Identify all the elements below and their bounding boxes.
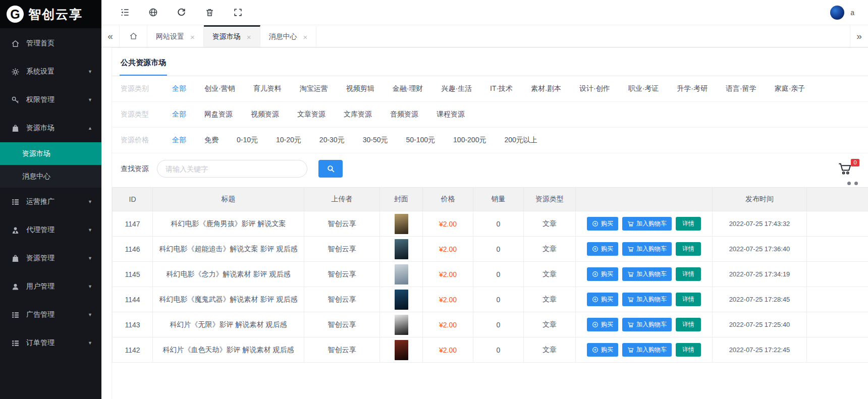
table-row: 1145 科幻电影《念力》解说素材 影评 观后感 智创云享 ¥2.00 0 文章…	[113, 262, 868, 287]
filter-option[interactable]: 全部	[172, 84, 186, 93]
sidebar-item-1[interactable]: 系统设置 ▼	[0, 58, 101, 86]
filter-option[interactable]: 课程资源	[437, 110, 465, 119]
home-tab-button[interactable]	[120, 25, 147, 47]
tabs-collapse-button[interactable]: «	[101, 25, 120, 47]
filter-option[interactable]: 语言·留学	[726, 84, 756, 93]
cell-cover	[380, 211, 423, 237]
buy-button[interactable]: 购买	[587, 242, 618, 256]
filter-option[interactable]: 文章资源	[297, 110, 326, 119]
sidebar-item-6[interactable]: 资源管理 ▼	[0, 244, 101, 272]
table-header-cell: 资源类型	[524, 188, 576, 211]
filter-option[interactable]: 音频资源	[390, 110, 418, 119]
fullscreen-button[interactable]	[233, 8, 243, 17]
detail-button[interactable]: 详情	[676, 343, 701, 357]
filter-option[interactable]: 设计·创作	[579, 84, 610, 93]
filter-option[interactable]: 视频资源	[251, 110, 279, 119]
add-to-cart-button[interactable]: 加入购物车	[622, 217, 672, 231]
sidebar-item-9[interactable]: 订单管理 ▼	[0, 329, 101, 357]
buy-button[interactable]: 购买	[587, 217, 618, 231]
filter-option[interactable]: 金融·理财	[393, 84, 423, 93]
refresh-button[interactable]	[177, 8, 186, 17]
filter-option[interactable]: 育儿资料	[253, 84, 282, 93]
search-label: 查找资源	[121, 164, 149, 174]
filter-option[interactable]: IT·技术	[490, 84, 513, 93]
tab-网站设置[interactable]: 网站设置 ×	[147, 26, 204, 48]
detail-button[interactable]: 详情	[676, 217, 701, 231]
cell-actions: 购买 加入购物车 详情	[576, 312, 713, 337]
detail-button[interactable]: 详情	[676, 267, 701, 281]
filter-option[interactable]: 全部	[172, 136, 186, 145]
gear-icon	[11, 68, 20, 76]
filter-option[interactable]: 免费	[204, 136, 219, 145]
table-header-cell: 封面	[380, 188, 423, 211]
sidebar-item-4[interactable]: 运营推广 ▼	[0, 188, 101, 216]
buy-button[interactable]: 购买	[587, 343, 618, 357]
trash-button[interactable]	[205, 8, 214, 17]
buy-button[interactable]: 购买	[587, 293, 618, 306]
table-header-cell: 上传者	[304, 188, 380, 211]
fold-button[interactable]	[120, 8, 130, 17]
add-to-cart-button[interactable]: 加入购物车	[622, 343, 672, 357]
sidebar-item-0[interactable]: 管理首页	[0, 29, 101, 58]
search-input[interactable]	[157, 160, 307, 178]
filter-option[interactable]: 素材.剧本	[531, 84, 561, 93]
cell-uploader: 智创云享	[304, 312, 380, 337]
filter-option[interactable]: 10-20元	[276, 136, 301, 145]
sidebar-item-2[interactable]: 权限管理 ▼	[0, 86, 101, 114]
plus-circle-icon	[592, 296, 599, 303]
cart-button[interactable]: 0	[837, 161, 853, 177]
sidebar-item-label: 资源市场	[26, 124, 88, 133]
sidebar-item-3[interactable]: 资源市场 ▲	[0, 114, 101, 142]
filter-option[interactable]: 职业·考证	[628, 84, 659, 93]
filter-option[interactable]: 50-100元	[406, 136, 435, 145]
sidebar-item-8[interactable]: 广告管理 ▼	[0, 301, 101, 329]
chevron-down-icon: ▼	[88, 69, 92, 74]
filter-option[interactable]: 200元以上	[504, 136, 537, 145]
tab-bar: « 网站设置 × 资源市场 × 消息中心 × »	[101, 25, 868, 47]
tab-资源市场[interactable]: 资源市场 ×	[204, 25, 260, 47]
submenu-item[interactable]: 资源市场	[0, 142, 101, 165]
tabs-expand-button[interactable]: »	[850, 25, 868, 47]
search-button[interactable]	[318, 160, 343, 178]
submenu-item[interactable]: 消息中心	[0, 165, 101, 188]
close-icon[interactable]: ×	[303, 33, 308, 41]
user-avatar[interactable]	[830, 6, 844, 20]
buy-button[interactable]: 购买	[587, 267, 618, 281]
add-to-cart-button[interactable]: 加入购物车	[622, 267, 672, 281]
filter-option[interactable]: 0-10元	[237, 136, 258, 145]
key-icon	[11, 96, 20, 104]
filter-option[interactable]: 兴趣·生活	[441, 84, 472, 93]
filter-option[interactable]: 100-200元	[453, 136, 486, 145]
tab-消息中心[interactable]: 消息中心 ×	[260, 26, 317, 48]
add-to-cart-button[interactable]: 加入购物车	[622, 293, 672, 306]
filter-option[interactable]: 家庭·亲子	[775, 84, 805, 93]
filter-option[interactable]: 文库资源	[344, 110, 372, 119]
table-header-cell: 标题	[153, 188, 304, 211]
globe-button[interactable]	[148, 8, 158, 17]
sidebar-item-label: 广告管理	[26, 310, 88, 319]
filter-option[interactable]: 淘宝运营	[300, 84, 328, 93]
detail-button[interactable]: 详情	[676, 242, 701, 256]
filter-option[interactable]: 视频剪辑	[346, 84, 374, 93]
cell-extra	[807, 337, 868, 363]
filter-option[interactable]: 30-50元	[363, 136, 388, 145]
buy-button[interactable]: 购买	[587, 318, 618, 331]
app-window: G 智创云享 管理首页 系统设置 ▼ 权限管理 ▼ 资源市场 ▲ 资源市场消息中…	[0, 0, 868, 399]
filter-option[interactable]: 创业·营销	[204, 84, 235, 93]
detail-button[interactable]: 详情	[676, 293, 701, 306]
filter-option[interactable]: 20-30元	[319, 136, 345, 145]
cell-title: 科幻电影《超能追击》解说文案 影评 观后感	[153, 237, 304, 262]
add-to-cart-button[interactable]: 加入购物车	[622, 318, 672, 331]
add-to-cart-button[interactable]: 加入购物车	[622, 242, 672, 256]
filter-option[interactable]: 网盘资源	[204, 110, 233, 119]
filter-option[interactable]: 全部	[172, 110, 186, 119]
sidebar-item-7[interactable]: 用户管理 ▼	[0, 272, 101, 301]
sidebar-item-5[interactable]: 代理管理 ▼	[0, 216, 101, 244]
cell-publish-time: 2022-07-25 17:34:19	[713, 262, 807, 287]
close-icon[interactable]: ×	[190, 33, 195, 41]
close-icon[interactable]: ×	[247, 33, 251, 41]
filter-option[interactable]: 升学·考研	[677, 84, 708, 93]
plus-circle-icon	[592, 321, 599, 328]
tab-label: 资源市场	[212, 32, 241, 41]
detail-button[interactable]: 详情	[676, 318, 701, 331]
